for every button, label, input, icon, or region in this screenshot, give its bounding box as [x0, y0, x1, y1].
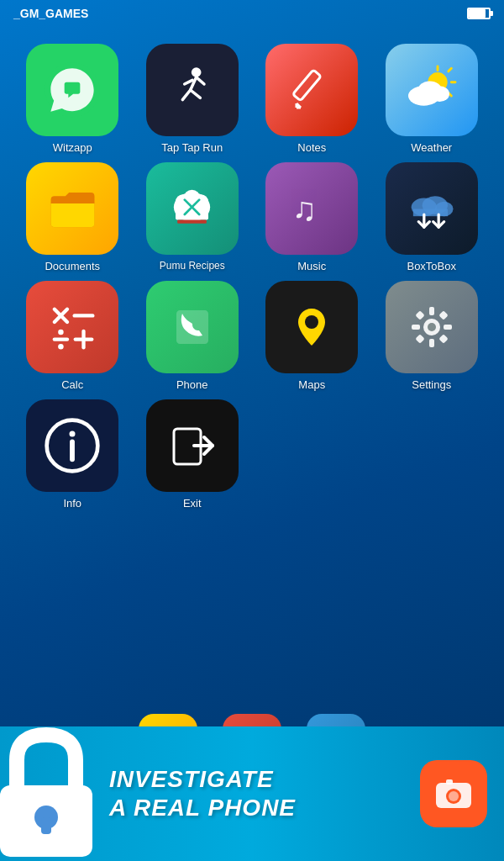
svg-rect-24 — [176, 210, 208, 219]
maps-icon — [265, 281, 358, 373]
svg-rect-51 — [438, 310, 448, 320]
maps-label: Maps — [298, 378, 325, 391]
taptaprun-icon — [146, 44, 239, 136]
app-item-witzapp[interactable]: Witzapp — [17, 44, 129, 154]
app-item-calc[interactable]: Calc — [17, 281, 129, 391]
music-label: Music — [297, 260, 326, 272]
exit-icon — [146, 399, 239, 492]
banner-line1: INVESTIGATE — [109, 765, 296, 794]
banner-line2: A REAL PHONE — [109, 794, 296, 822]
calc-label: Calc — [61, 378, 83, 391]
weather-label: Weather — [411, 141, 452, 154]
info-icon — [26, 399, 118, 492]
svg-rect-48 — [412, 325, 420, 330]
svg-point-39 — [58, 329, 64, 335]
svg-point-45 — [428, 323, 436, 331]
pumu-label: Pumu Recipes — [160, 260, 225, 272]
svg-rect-46 — [429, 307, 434, 315]
svg-rect-25 — [177, 219, 207, 223]
banner-text: INVESTIGATE A REAL PHONE — [109, 765, 296, 821]
svg-rect-61 — [41, 817, 51, 834]
svg-point-23 — [184, 189, 201, 206]
app-item-boxtobox[interactable]: BoxToBox — [376, 162, 488, 272]
documents-label: Documents — [45, 260, 100, 272]
svg-rect-32 — [413, 209, 448, 216]
app-item-settings[interactable]: Settings — [376, 281, 488, 391]
camera-icon — [433, 773, 475, 815]
witzapp-label: Witzapp — [53, 141, 92, 154]
notes-label: Notes — [297, 141, 326, 154]
app-item-music[interactable]: ♫ Music — [256, 162, 368, 272]
calc-icon — [26, 281, 118, 373]
svg-point-19 — [429, 86, 449, 102]
svg-rect-7 — [293, 70, 322, 101]
exit-label: Exit — [183, 497, 202, 510]
svg-rect-47 — [429, 339, 434, 347]
taptaprun-label: Tap Tap Run — [161, 141, 223, 154]
svg-line-4 — [190, 90, 200, 98]
svg-line-3 — [182, 90, 190, 100]
phone-label: Phone — [176, 378, 208, 391]
svg-line-5 — [196, 77, 203, 84]
info-label: Info — [63, 497, 81, 510]
settings-label: Settings — [412, 378, 451, 391]
app-item-info[interactable]: Info — [17, 399, 129, 510]
app-item-documents[interactable]: Documents — [17, 162, 129, 272]
svg-rect-49 — [444, 325, 452, 330]
battery-icon — [467, 8, 491, 19]
app-title: _GM_GAMES — [13, 7, 88, 20]
boxtobox-label: BoxToBox — [407, 260, 456, 272]
bottom-banner: INVESTIGATE A REAL PHONE — [0, 726, 504, 861]
svg-rect-52 — [415, 334, 424, 343]
svg-point-64 — [449, 791, 459, 801]
documents-icon — [26, 162, 118, 255]
svg-line-15 — [449, 68, 452, 71]
app-item-weather[interactable]: Weather — [376, 44, 488, 154]
notes-icon — [265, 44, 358, 136]
svg-point-55 — [70, 431, 76, 437]
witzapp-icon — [26, 44, 118, 136]
weather-icon — [386, 44, 478, 136]
boxtobox-icon — [386, 162, 478, 255]
svg-rect-50 — [415, 310, 424, 320]
app-grid: Witzapp Tap Tap Run — [0, 35, 504, 518]
camera-button[interactable] — [420, 760, 487, 827]
svg-text:♫: ♫ — [291, 190, 316, 226]
svg-point-43 — [305, 315, 318, 329]
pumu-icon — [146, 162, 239, 255]
status-bar: _GM_GAMES — [0, 0, 504, 27]
app-item-pumu[interactable]: Pumu Recipes — [137, 162, 249, 272]
app-item-maps[interactable]: Maps — [256, 281, 368, 391]
app-item-exit[interactable]: Exit — [137, 399, 249, 510]
svg-rect-53 — [438, 334, 448, 343]
svg-rect-65 — [446, 779, 453, 784]
phone-icon — [146, 281, 239, 373]
app-item-taptaprun[interactable]: Tap Tap Run — [137, 44, 249, 154]
app-item-phone[interactable]: Phone — [137, 281, 249, 391]
svg-point-40 — [58, 344, 64, 350]
svg-line-6 — [184, 80, 192, 84]
music-icon: ♫ — [265, 162, 358, 255]
app-item-notes[interactable]: Notes — [256, 44, 368, 154]
settings-icon — [386, 281, 478, 373]
padlock-image — [0, 726, 101, 861]
